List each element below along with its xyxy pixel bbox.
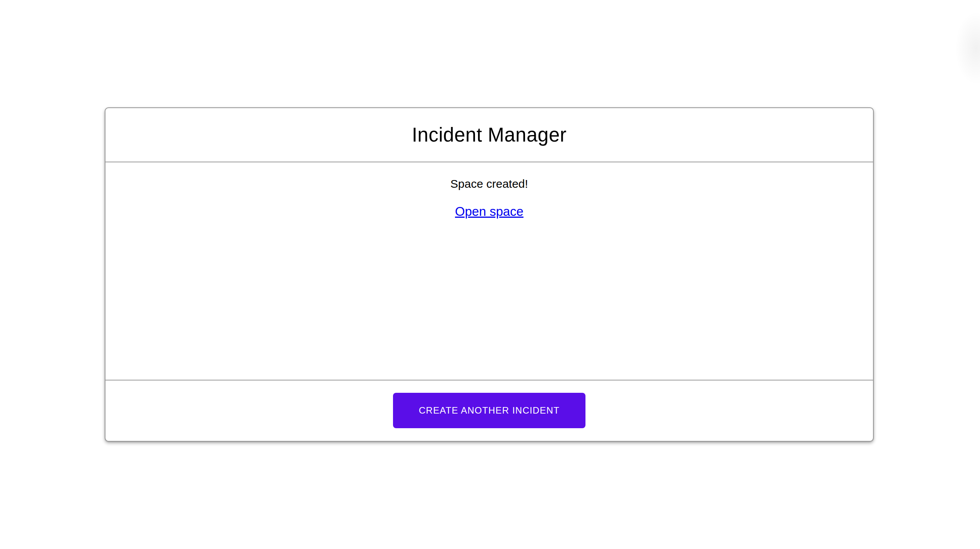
card-footer: CREATE ANOTHER INCIDENT [105, 380, 873, 441]
card-body: Space created! Open space [105, 162, 873, 380]
page-title: Incident Manager [412, 123, 567, 146]
card-header: Incident Manager [105, 108, 873, 162]
page: Incident Manager Space created! Open spa… [0, 0, 980, 549]
create-another-incident-button[interactable]: CREATE ANOTHER INCIDENT [393, 393, 585, 428]
status-message: Space created! [450, 177, 528, 191]
open-space-link[interactable]: Open space [455, 204, 523, 219]
edge-glow [955, 12, 980, 85]
incident-manager-card: Incident Manager Space created! Open spa… [105, 107, 874, 442]
